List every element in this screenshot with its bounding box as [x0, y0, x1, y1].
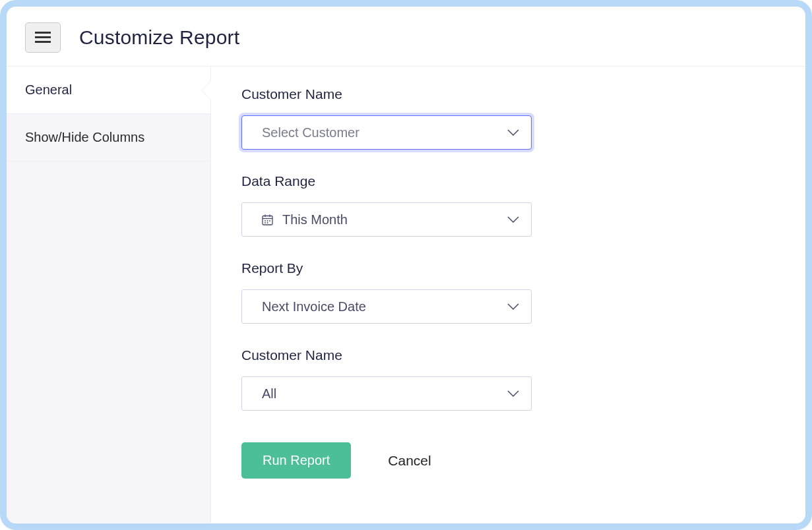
- select-value: All: [262, 386, 507, 401]
- chevron-down-icon: [507, 216, 519, 223]
- sidebar-item-label: General: [25, 82, 72, 97]
- svg-point-9: [269, 220, 270, 221]
- run-report-button[interactable]: Run Report: [241, 442, 351, 479]
- header: Customize Report: [7, 7, 805, 67]
- action-row: Run Report Cancel: [241, 442, 775, 479]
- field-data-range: Data Range: [241, 173, 775, 237]
- sidebar-item-general[interactable]: General: [7, 67, 210, 114]
- svg-point-11: [267, 222, 268, 223]
- data-range-select[interactable]: This Month: [241, 202, 532, 237]
- sidebar-item-label: Show/Hide Columns: [25, 130, 144, 144]
- hamburger-icon: [35, 32, 51, 44]
- field-label: Report By: [241, 260, 775, 276]
- svg-rect-0: [35, 32, 51, 34]
- select-value: Next Invoice Date: [262, 299, 507, 314]
- content-body: General Show/Hide Columns Customer Name …: [7, 67, 805, 523]
- svg-point-10: [265, 222, 266, 223]
- svg-rect-1: [35, 36, 51, 38]
- page-title: Customize Report: [79, 26, 239, 49]
- svg-point-7: [265, 220, 266, 221]
- cancel-button[interactable]: Cancel: [388, 453, 431, 469]
- svg-point-8: [267, 220, 268, 221]
- field-report-by: Report By Next Invoice Date: [241, 260, 775, 324]
- main-panel: Customer Name Select Customer Data Range: [211, 67, 805, 523]
- customer-name-2-select[interactable]: All: [241, 376, 532, 411]
- app-window: Customize Report General Show/Hide Colum…: [0, 0, 812, 530]
- report-by-select[interactable]: Next Invoice Date: [241, 289, 532, 324]
- select-value: Select Customer: [262, 125, 507, 140]
- chevron-down-icon: [507, 129, 519, 136]
- field-customer-name-2: Customer Name All: [241, 347, 775, 411]
- sidebar-item-show-hide-columns[interactable]: Show/Hide Columns: [7, 114, 210, 162]
- customer-name-select[interactable]: Select Customer: [241, 115, 532, 150]
- menu-button[interactable]: [25, 22, 61, 53]
- chevron-down-icon: [507, 303, 519, 310]
- field-label: Customer Name: [241, 347, 775, 363]
- field-label: Customer Name: [241, 86, 775, 102]
- calendar-icon: [262, 214, 273, 225]
- field-label: Data Range: [241, 173, 775, 189]
- chevron-down-icon: [507, 390, 519, 397]
- svg-rect-2: [35, 41, 51, 43]
- field-customer-name: Customer Name Select Customer: [241, 86, 775, 150]
- select-value: This Month: [282, 212, 507, 227]
- sidebar: General Show/Hide Columns: [7, 67, 211, 523]
